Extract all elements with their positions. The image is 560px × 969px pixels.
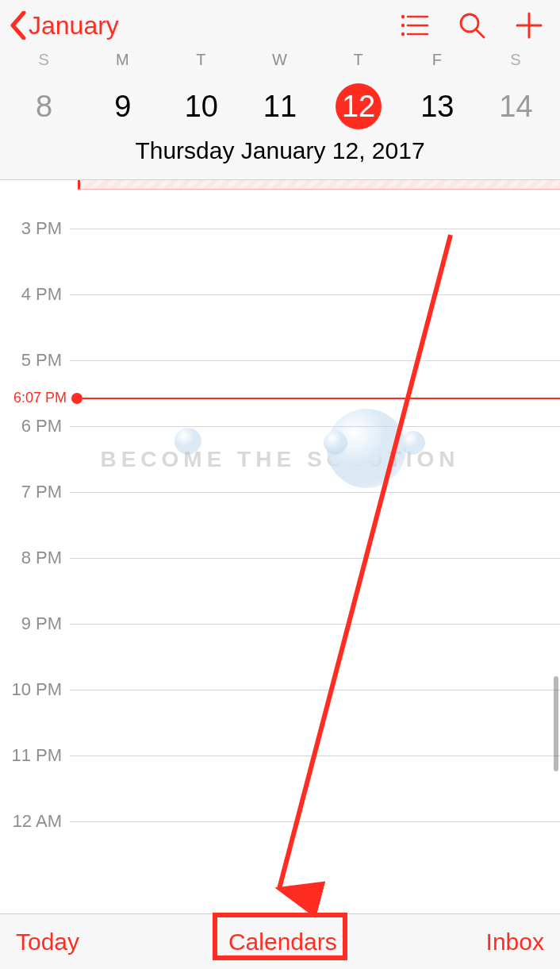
hour-row: 10 PM bbox=[0, 679, 560, 700]
calendars-button[interactable]: Calendars bbox=[228, 929, 337, 956]
hour-line bbox=[70, 294, 560, 295]
day-of-week-label: W bbox=[272, 51, 288, 69]
hour-row: 11 PM bbox=[0, 745, 560, 766]
search-button[interactable] bbox=[451, 4, 493, 47]
hour-line bbox=[70, 229, 560, 229]
hour-row: 6 PM bbox=[0, 416, 560, 436]
day-of-week-label: T bbox=[354, 51, 364, 69]
hour-label: 5 PM bbox=[0, 350, 70, 371]
current-time-dot bbox=[71, 393, 82, 404]
hour-label: 4 PM bbox=[0, 284, 70, 305]
hour-row: 8 PM bbox=[0, 548, 560, 568]
back-label: January bbox=[29, 11, 119, 40]
add-event-button[interactable] bbox=[508, 4, 550, 47]
all-day-event-strip[interactable] bbox=[78, 180, 560, 190]
list-view-button[interactable] bbox=[393, 4, 436, 47]
search-icon bbox=[458, 11, 486, 40]
day-timeline[interactable]: 6:07 PM BECOME THE SOLUTION 3 PM4 PM5 PM… bbox=[0, 180, 560, 913]
chevron-left-icon bbox=[10, 11, 27, 40]
svg-line-7 bbox=[477, 30, 484, 37]
hour-label: 7 PM bbox=[0, 482, 70, 502]
day-column[interactable]: S8 bbox=[5, 51, 83, 129]
scroll-indicator bbox=[554, 676, 558, 771]
day-number[interactable]: 13 bbox=[414, 83, 460, 129]
hour-line bbox=[70, 690, 560, 690]
hour-line bbox=[70, 360, 560, 361]
hour-label: 9 PM bbox=[0, 613, 70, 634]
day-number[interactable]: 8 bbox=[21, 83, 67, 129]
hour-label: 3 PM bbox=[0, 218, 70, 239]
hour-line bbox=[70, 756, 560, 756]
hour-line bbox=[70, 492, 560, 493]
day-column[interactable]: T12 bbox=[320, 51, 398, 129]
day-of-week-label: S bbox=[38, 51, 49, 69]
day-of-week-label: T bbox=[196, 51, 206, 69]
today-button[interactable]: Today bbox=[16, 929, 79, 956]
current-time-label: 6:07 PM bbox=[0, 390, 70, 406]
day-of-week-label: S bbox=[510, 51, 521, 69]
hour-line bbox=[70, 426, 560, 427]
day-column[interactable]: F13 bbox=[398, 51, 477, 129]
watermark-text: BECOME THE SOLUTION bbox=[0, 447, 560, 472]
list-icon bbox=[401, 13, 429, 37]
svg-point-6 bbox=[461, 14, 478, 32]
week-day-row: S8M9T10W11T12F13S14 bbox=[0, 51, 560, 129]
hour-row: 4 PM bbox=[0, 284, 560, 305]
hour-row: 5 PM bbox=[0, 350, 560, 371]
current-time-line bbox=[82, 398, 560, 399]
day-number[interactable]: 12 bbox=[336, 83, 382, 129]
hour-label: 8 PM bbox=[0, 548, 70, 568]
day-of-week-label: M bbox=[116, 51, 130, 69]
current-time-indicator: 6:07 PM bbox=[0, 390, 560, 406]
selected-date-label: Thursday January 12, 2017 bbox=[0, 129, 560, 172]
hour-label: 11 PM bbox=[0, 745, 70, 766]
hour-label: 10 PM bbox=[0, 679, 70, 700]
day-number[interactable]: 10 bbox=[178, 83, 224, 129]
svg-point-2 bbox=[401, 24, 405, 27]
hour-row: 9 PM bbox=[0, 613, 560, 634]
hour-label: 12 AM bbox=[0, 811, 70, 832]
inbox-button[interactable]: Inbox bbox=[486, 929, 544, 956]
day-column[interactable]: M9 bbox=[83, 51, 162, 129]
day-number[interactable]: 14 bbox=[493, 83, 539, 129]
day-column[interactable]: T10 bbox=[162, 51, 240, 129]
hour-row: 3 PM bbox=[0, 218, 560, 239]
svg-point-4 bbox=[401, 33, 405, 36]
day-of-week-label: F bbox=[432, 51, 443, 69]
hour-row: 12 AM bbox=[0, 811, 560, 832]
day-number[interactable]: 9 bbox=[100, 83, 146, 129]
hour-line bbox=[70, 558, 560, 559]
plus-icon bbox=[515, 11, 543, 40]
hour-label: 6 PM bbox=[0, 416, 70, 436]
day-number[interactable]: 11 bbox=[257, 83, 303, 129]
bottom-toolbar: Today Calendars Inbox bbox=[0, 913, 560, 969]
hour-line bbox=[70, 624, 560, 625]
day-column[interactable]: W11 bbox=[240, 51, 319, 129]
hour-line bbox=[70, 821, 560, 822]
back-button[interactable]: January bbox=[10, 11, 119, 40]
day-column[interactable]: S14 bbox=[477, 51, 555, 129]
svg-point-0 bbox=[401, 15, 405, 18]
hour-row: 7 PM bbox=[0, 482, 560, 502]
